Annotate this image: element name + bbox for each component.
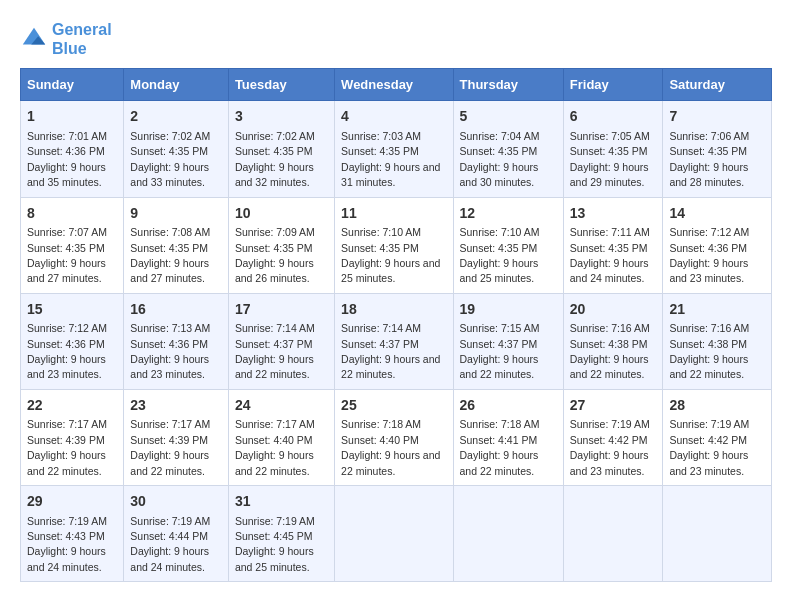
day-number: 2 xyxy=(130,107,222,127)
day-cell: 1Sunrise: 7:01 AMSunset: 4:36 PMDaylight… xyxy=(21,101,124,197)
sunrise-text: Sunrise: 7:10 AM xyxy=(460,226,540,238)
day-number: 3 xyxy=(235,107,328,127)
daylight-text: Daylight: 9 hours and 25 minutes. xyxy=(235,545,314,572)
day-cell: 8Sunrise: 7:07 AMSunset: 4:35 PMDaylight… xyxy=(21,197,124,293)
daylight-text: Daylight: 9 hours and 25 minutes. xyxy=(460,257,539,284)
day-cell: 24Sunrise: 7:17 AMSunset: 4:40 PMDayligh… xyxy=(228,389,334,485)
day-cell: 10Sunrise: 7:09 AMSunset: 4:35 PMDayligh… xyxy=(228,197,334,293)
day-number: 6 xyxy=(570,107,657,127)
day-number: 10 xyxy=(235,204,328,224)
daylight-text: Daylight: 9 hours and 24 minutes. xyxy=(570,257,649,284)
sunrise-text: Sunrise: 7:06 AM xyxy=(669,130,749,142)
sunrise-text: Sunrise: 7:02 AM xyxy=(235,130,315,142)
week-row-5: 29Sunrise: 7:19 AMSunset: 4:43 PMDayligh… xyxy=(21,486,772,582)
sunrise-text: Sunrise: 7:12 AM xyxy=(27,322,107,334)
day-cell: 15Sunrise: 7:12 AMSunset: 4:36 PMDayligh… xyxy=(21,293,124,389)
day-number: 17 xyxy=(235,300,328,320)
sunrise-text: Sunrise: 7:18 AM xyxy=(460,418,540,430)
day-cell: 14Sunrise: 7:12 AMSunset: 4:36 PMDayligh… xyxy=(663,197,772,293)
sunrise-text: Sunrise: 7:19 AM xyxy=(27,515,107,527)
daylight-text: Daylight: 9 hours and 23 minutes. xyxy=(130,353,209,380)
sunset-text: Sunset: 4:36 PM xyxy=(669,242,747,254)
sunset-text: Sunset: 4:44 PM xyxy=(130,530,208,542)
day-cell: 25Sunrise: 7:18 AMSunset: 4:40 PMDayligh… xyxy=(335,389,453,485)
sunset-text: Sunset: 4:35 PM xyxy=(570,242,648,254)
day-cell: 3Sunrise: 7:02 AMSunset: 4:35 PMDaylight… xyxy=(228,101,334,197)
day-number: 27 xyxy=(570,396,657,416)
logo-text: General Blue xyxy=(52,20,112,58)
sunrise-text: Sunrise: 7:02 AM xyxy=(130,130,210,142)
calendar-table: SundayMondayTuesdayWednesdayThursdayFrid… xyxy=(20,68,772,582)
sunrise-text: Sunrise: 7:17 AM xyxy=(130,418,210,430)
daylight-text: Daylight: 9 hours and 27 minutes. xyxy=(130,257,209,284)
day-number: 14 xyxy=(669,204,765,224)
sunrise-text: Sunrise: 7:14 AM xyxy=(341,322,421,334)
day-cell: 26Sunrise: 7:18 AMSunset: 4:41 PMDayligh… xyxy=(453,389,563,485)
sunrise-text: Sunrise: 7:14 AM xyxy=(235,322,315,334)
col-header-sunday: Sunday xyxy=(21,69,124,101)
daylight-text: Daylight: 9 hours and 22 minutes. xyxy=(235,449,314,476)
sunrise-text: Sunrise: 7:16 AM xyxy=(669,322,749,334)
daylight-text: Daylight: 9 hours and 35 minutes. xyxy=(27,161,106,188)
daylight-text: Daylight: 9 hours and 22 minutes. xyxy=(130,449,209,476)
sunrise-text: Sunrise: 7:10 AM xyxy=(341,226,421,238)
sunset-text: Sunset: 4:39 PM xyxy=(130,434,208,446)
day-cell: 7Sunrise: 7:06 AMSunset: 4:35 PMDaylight… xyxy=(663,101,772,197)
daylight-text: Daylight: 9 hours and 23 minutes. xyxy=(669,257,748,284)
sunset-text: Sunset: 4:43 PM xyxy=(27,530,105,542)
week-row-4: 22Sunrise: 7:17 AMSunset: 4:39 PMDayligh… xyxy=(21,389,772,485)
day-number: 16 xyxy=(130,300,222,320)
sunrise-text: Sunrise: 7:13 AM xyxy=(130,322,210,334)
sunrise-text: Sunrise: 7:18 AM xyxy=(341,418,421,430)
sunset-text: Sunset: 4:37 PM xyxy=(460,338,538,350)
sunrise-text: Sunrise: 7:08 AM xyxy=(130,226,210,238)
col-header-wednesday: Wednesday xyxy=(335,69,453,101)
daylight-text: Daylight: 9 hours and 22 minutes. xyxy=(341,353,440,380)
sunrise-text: Sunrise: 7:07 AM xyxy=(27,226,107,238)
day-cell: 20Sunrise: 7:16 AMSunset: 4:38 PMDayligh… xyxy=(563,293,663,389)
sunset-text: Sunset: 4:36 PM xyxy=(130,338,208,350)
day-number: 13 xyxy=(570,204,657,224)
week-row-3: 15Sunrise: 7:12 AMSunset: 4:36 PMDayligh… xyxy=(21,293,772,389)
day-cell xyxy=(335,486,453,582)
sunrise-text: Sunrise: 7:05 AM xyxy=(570,130,650,142)
day-number: 12 xyxy=(460,204,557,224)
sunset-text: Sunset: 4:40 PM xyxy=(341,434,419,446)
day-number: 22 xyxy=(27,396,117,416)
day-number: 30 xyxy=(130,492,222,512)
col-header-saturday: Saturday xyxy=(663,69,772,101)
day-number: 25 xyxy=(341,396,446,416)
daylight-text: Daylight: 9 hours and 22 minutes. xyxy=(460,353,539,380)
sunset-text: Sunset: 4:35 PM xyxy=(130,242,208,254)
sunset-text: Sunset: 4:36 PM xyxy=(27,145,105,157)
day-number: 9 xyxy=(130,204,222,224)
sunset-text: Sunset: 4:37 PM xyxy=(235,338,313,350)
day-cell: 19Sunrise: 7:15 AMSunset: 4:37 PMDayligh… xyxy=(453,293,563,389)
daylight-text: Daylight: 9 hours and 22 minutes. xyxy=(669,353,748,380)
day-number: 29 xyxy=(27,492,117,512)
daylight-text: Daylight: 9 hours and 32 minutes. xyxy=(235,161,314,188)
daylight-text: Daylight: 9 hours and 33 minutes. xyxy=(130,161,209,188)
day-cell: 28Sunrise: 7:19 AMSunset: 4:42 PMDayligh… xyxy=(663,389,772,485)
col-header-monday: Monday xyxy=(124,69,229,101)
sunrise-text: Sunrise: 7:03 AM xyxy=(341,130,421,142)
daylight-text: Daylight: 9 hours and 26 minutes. xyxy=(235,257,314,284)
daylight-text: Daylight: 9 hours and 28 minutes. xyxy=(669,161,748,188)
day-cell: 11Sunrise: 7:10 AMSunset: 4:35 PMDayligh… xyxy=(335,197,453,293)
day-number: 23 xyxy=(130,396,222,416)
day-cell: 17Sunrise: 7:14 AMSunset: 4:37 PMDayligh… xyxy=(228,293,334,389)
week-row-1: 1Sunrise: 7:01 AMSunset: 4:36 PMDaylight… xyxy=(21,101,772,197)
col-header-tuesday: Tuesday xyxy=(228,69,334,101)
daylight-text: Daylight: 9 hours and 24 minutes. xyxy=(27,545,106,572)
sunrise-text: Sunrise: 7:11 AM xyxy=(570,226,650,238)
sunrise-text: Sunrise: 7:19 AM xyxy=(130,515,210,527)
logo-icon xyxy=(20,25,48,53)
sunset-text: Sunset: 4:36 PM xyxy=(27,338,105,350)
col-header-thursday: Thursday xyxy=(453,69,563,101)
day-cell: 22Sunrise: 7:17 AMSunset: 4:39 PMDayligh… xyxy=(21,389,124,485)
daylight-text: Daylight: 9 hours and 22 minutes. xyxy=(27,449,106,476)
day-cell xyxy=(453,486,563,582)
sunrise-text: Sunrise: 7:09 AM xyxy=(235,226,315,238)
sunset-text: Sunset: 4:35 PM xyxy=(341,145,419,157)
sunset-text: Sunset: 4:45 PM xyxy=(235,530,313,542)
